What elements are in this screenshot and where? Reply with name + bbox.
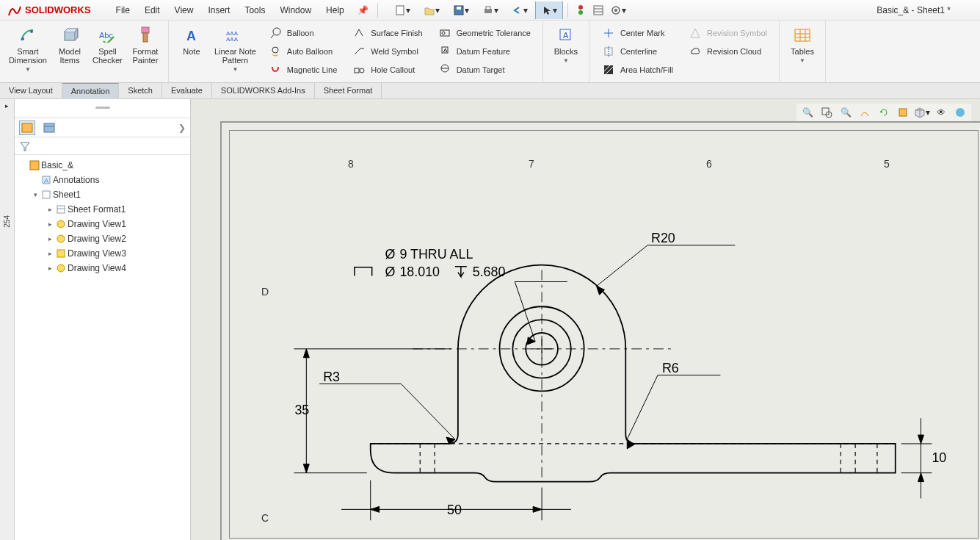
magnetic-line-button[interactable]: Magnetic Line xyxy=(264,61,342,79)
weld-symbol-button[interactable]: Weld Symbol xyxy=(347,43,427,60)
tree-view1[interactable]: ▸Drawing View1 xyxy=(16,217,189,231)
main-area: ▸ 254 ❯ Basic_& AAnnotations ▾Sheet1 ▸Sh… xyxy=(0,99,980,540)
balloon-button[interactable]: Balloon xyxy=(264,24,342,42)
area-hatch-button[interactable]: Area Hatch/Fill xyxy=(597,61,678,79)
drawing-content: 35 50 10 xyxy=(222,123,980,540)
smart-dimension-button[interactable]: Smart Dimension▼ xyxy=(4,22,51,81)
svg-point-23 xyxy=(272,47,278,53)
svg-rect-51 xyxy=(30,161,39,170)
svg-text:A: A xyxy=(44,177,48,184)
open-button[interactable]: ▾ xyxy=(418,1,446,19)
print-button[interactable]: ▾ xyxy=(476,1,504,19)
linear-note-pattern-button[interactable]: AAAAAA Linear Note Pattern▼ xyxy=(210,22,261,81)
auto-balloon-button[interactable]: Auto Balloon xyxy=(264,43,342,60)
zoom-area-icon[interactable] xyxy=(819,105,835,120)
datum-feature-button[interactable]: ADatum Feature xyxy=(433,43,535,60)
geometric-tolerance-button[interactable]: Geometric Tolerance xyxy=(433,24,535,42)
feature-tree: Basic_& AAnnotations ▾Sheet1 ▸Sheet Form… xyxy=(15,155,190,540)
surface-finish-button[interactable]: Surface Finish xyxy=(347,24,427,42)
svg-point-60 xyxy=(57,264,65,272)
tab-addins[interactable]: SOLIDWORKS Add-Ins xyxy=(212,83,315,99)
filter-bar[interactable] xyxy=(15,137,190,155)
panel-tabs: ❯ xyxy=(15,118,190,137)
menu-file[interactable]: File xyxy=(109,0,137,21)
svg-rect-43 xyxy=(795,29,810,41)
options-button[interactable] xyxy=(590,1,606,19)
blocks-button[interactable]: A Blocks▼ xyxy=(548,22,584,81)
panel-header xyxy=(15,99,190,118)
display-style-icon[interactable] xyxy=(895,105,911,120)
section-view-icon[interactable] xyxy=(857,105,873,120)
spell-checker-button[interactable]: Abc Spell Checker xyxy=(88,22,127,81)
ribbon: Smart Dimension▼ Model Items Abc Spell C… xyxy=(0,21,980,83)
save-button[interactable]: ▾ xyxy=(447,1,475,19)
prev-view-icon[interactable]: 🔍 xyxy=(838,105,854,120)
svg-point-58 xyxy=(57,235,65,242)
pin-icon[interactable]: 📌 xyxy=(352,5,374,15)
rotate-view-icon[interactable] xyxy=(876,105,892,120)
hole-callout-button[interactable]: Hole Callout xyxy=(347,61,427,79)
menu-window[interactable]: Window xyxy=(272,0,319,21)
format-painter-button[interactable]: Format Painter xyxy=(127,22,164,81)
svg-point-11 xyxy=(614,9,617,12)
svg-rect-55 xyxy=(57,206,65,213)
menu-insert[interactable]: Insert xyxy=(200,0,237,21)
centerline-button[interactable]: Centerline xyxy=(597,43,678,60)
datum-target-button[interactable]: Datum Target xyxy=(433,61,535,79)
note-button[interactable]: A Note xyxy=(173,22,210,81)
tree-sheet-format[interactable]: ▸Sheet Format1 xyxy=(16,202,189,217)
zoom-fit-icon[interactable]: 🔍 xyxy=(799,105,816,120)
feature-tree-tab-icon[interactable] xyxy=(19,120,35,135)
traffic-light-icon[interactable] xyxy=(573,1,589,19)
svg-rect-48 xyxy=(22,123,32,132)
svg-line-22 xyxy=(271,35,274,38)
panel-expand-icon[interactable]: ❯ xyxy=(178,123,186,133)
svg-rect-59 xyxy=(57,250,65,257)
tree-annotations[interactable]: AAnnotations xyxy=(16,173,189,187)
menu-tools[interactable]: Tools xyxy=(237,0,272,21)
tree-view4[interactable]: ▸Drawing View4 xyxy=(16,261,189,276)
svg-rect-0 xyxy=(396,6,404,15)
select-button[interactable]: ▾ xyxy=(535,1,563,19)
menu-bar: SOLIDWORKS File Edit View Insert Tools W… xyxy=(0,0,980,21)
settings-button[interactable]: ▾ xyxy=(608,1,628,19)
tree-root[interactable]: Basic_& xyxy=(16,158,189,173)
tab-sketch[interactable]: Sketch xyxy=(119,83,162,99)
hide-show-icon[interactable]: 👁 xyxy=(933,105,949,120)
tab-sheet-format[interactable]: Sheet Format xyxy=(315,83,382,99)
undo-button[interactable]: ▾ xyxy=(506,1,534,19)
command-tabs: View Layout Annotation Sketch Evaluate S… xyxy=(0,83,980,99)
tree-sheet[interactable]: ▾Sheet1 xyxy=(16,187,189,202)
dim-r6: R6 xyxy=(662,361,679,375)
svg-point-29 xyxy=(442,32,445,35)
tab-evaluate[interactable]: Evaluate xyxy=(162,83,212,99)
svg-rect-61 xyxy=(822,108,829,115)
left-ruler: ▸ 254 xyxy=(0,99,15,540)
tables-button[interactable]: Tables▼ xyxy=(784,22,821,81)
heads-up-toolbar: 🔍 🔍 ▾ 👁 xyxy=(796,104,971,121)
ruler-value: 254 xyxy=(3,215,11,228)
svg-point-12 xyxy=(21,37,24,40)
menu-edit[interactable]: Edit xyxy=(137,0,167,21)
main-menus: File Edit View Insert Tools Window Help xyxy=(109,0,352,21)
appearance-icon[interactable] xyxy=(952,105,968,120)
model-items-button[interactable]: Model Items xyxy=(51,22,88,81)
new-button[interactable]: ▾ xyxy=(388,1,416,19)
menu-help[interactable]: Help xyxy=(319,0,352,21)
tree-view2[interactable]: ▸Drawing View2 xyxy=(16,231,189,246)
dim-hole-thru: 9 THRU ALL xyxy=(399,247,473,262)
property-tab-icon[interactable] xyxy=(41,120,57,135)
revision-cloud-button[interactable]: Revision Cloud xyxy=(683,43,772,60)
svg-point-13 xyxy=(30,30,33,33)
tab-annotation[interactable]: Annotation xyxy=(62,83,120,99)
cube-view-icon[interactable]: ▾ xyxy=(914,105,930,120)
dim-10: 10 xyxy=(932,450,946,465)
dim-50: 50 xyxy=(447,503,462,517)
tab-view-layout[interactable]: View Layout xyxy=(0,83,62,99)
menu-view[interactable]: View xyxy=(167,0,201,21)
dim-cbore-depth: 5.680 xyxy=(473,264,506,279)
drawing-canvas[interactable]: 🔍 🔍 ▾ 👁 8 7 6 5 D C xyxy=(191,99,980,540)
center-mark-button[interactable]: Center Mark xyxy=(597,24,678,42)
tree-view3[interactable]: ▸Drawing View3 xyxy=(16,246,189,261)
quick-access-toolbar: ▾ ▾ ▾ ▾ ▾ ▾ ▾ xyxy=(388,1,628,19)
